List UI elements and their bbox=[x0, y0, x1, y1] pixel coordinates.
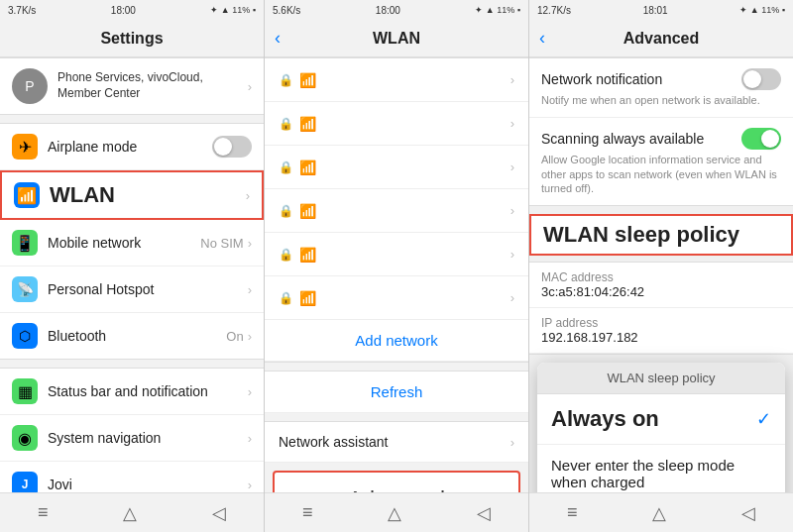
bottom-menu-left[interactable]: ≡ bbox=[38, 502, 49, 523]
airplane-toggle[interactable] bbox=[212, 136, 252, 158]
time-right: 18:01 bbox=[643, 5, 668, 16]
bottom-back-mid[interactable]: ◁ bbox=[477, 502, 491, 524]
bottom-menu-right[interactable]: ≡ bbox=[567, 502, 578, 523]
wlan-title: WLAN bbox=[373, 30, 420, 48]
sleep-policy-title: WLAN sleep policy bbox=[543, 222, 739, 247]
mobile-icon: 📱 bbox=[12, 230, 38, 256]
adv-item-scanning[interactable]: Scanning always available Allow Google l… bbox=[529, 118, 793, 205]
network-assistant-label: Network assistant bbox=[279, 434, 510, 450]
mobile-chevron: › bbox=[248, 236, 252, 251]
wifi-icon-6: 📶 bbox=[299, 290, 510, 306]
dropdown-label-never-sleep: Never enter the sleep mode when charged bbox=[551, 457, 771, 490]
wlan-back-button[interactable]: ‹ bbox=[275, 28, 281, 49]
notification-toggle[interactable] bbox=[741, 68, 781, 90]
adv-info-mac: MAC address 3c:a5:81:04:26:42 bbox=[529, 263, 793, 308]
bottom-home-left[interactable]: △ bbox=[123, 502, 137, 524]
settings-group-network: ✈ Airplane mode 📶 WLAN › 📱 Mobile networ… bbox=[0, 123, 264, 360]
wlan-panel: 5.6K/s 18:00 ✦ ▲ 11% ▪ ‹ WLAN 🔒 📶 › 🔒 📶 … bbox=[265, 0, 529, 532]
bottom-home-right[interactable]: △ bbox=[652, 502, 666, 524]
net-chevron-1: › bbox=[510, 72, 514, 87]
mac-value: 3c:a5:81:04:26:42 bbox=[541, 284, 781, 299]
settings-item-jovi[interactable]: J Jovi › bbox=[0, 462, 264, 492]
scanning-label: Scanning always available bbox=[541, 131, 704, 147]
advanced-back-button[interactable]: ‹ bbox=[539, 28, 545, 49]
sysnav-label: System navigation bbox=[48, 430, 248, 446]
settings-item-airplane[interactable]: ✈ Airplane mode bbox=[0, 124, 264, 170]
network-assistant-item[interactable]: Network assistant › bbox=[265, 421, 528, 463]
wlan-chevron: › bbox=[246, 188, 250, 203]
wlan-label: WLAN bbox=[50, 182, 246, 208]
bottom-back-right[interactable]: ◁ bbox=[741, 502, 755, 524]
wlan-network-item[interactable]: 🔒 📶 › bbox=[265, 233, 528, 276]
airplane-label: Airplane mode bbox=[48, 139, 212, 155]
wlan-network-item[interactable]: 🔒 📶 › bbox=[265, 146, 528, 189]
wlan-network-item[interactable]: 🔒 📶 › bbox=[265, 276, 528, 320]
advanced-panel: 12.7K/s 18:01 ✦ ▲ 11% ▪ ‹ Advanced Netwo… bbox=[529, 0, 793, 532]
hotspot-label: Personal Hotspot bbox=[48, 281, 248, 297]
jovi-icon: J bbox=[12, 472, 38, 492]
adv-info-ip: IP address 192.168.197.182 bbox=[529, 308, 793, 354]
settings-title: Settings bbox=[100, 30, 163, 48]
advanced-list: Network notification Notify me when an o… bbox=[529, 57, 793, 492]
scanning-toggle[interactable] bbox=[741, 128, 781, 150]
sleep-policy-box[interactable]: WLAN sleep policy bbox=[529, 214, 793, 256]
mac-label: MAC address bbox=[541, 270, 781, 284]
bluetooth-value: On bbox=[226, 329, 243, 344]
bottom-home-mid[interactable]: △ bbox=[388, 502, 401, 524]
wlan-network-item[interactable]: 🔒 📶 › bbox=[265, 189, 528, 233]
refresh-label: Refresh bbox=[371, 383, 423, 400]
settings-item-bluetooth[interactable]: ⬡ Bluetooth On › bbox=[0, 313, 264, 359]
bottom-back-left[interactable]: ◁ bbox=[212, 502, 226, 524]
wlan-icon: 📶 bbox=[14, 182, 40, 208]
bottom-menu-mid[interactable]: ≡ bbox=[302, 502, 313, 523]
ip-label: IP address bbox=[541, 316, 781, 330]
dropdown-item-never-sleep[interactable]: Never enter the sleep mode when charged bbox=[537, 445, 785, 492]
settings-panel: 3.7K/s 18:00 ✦ ▲ 11% ▪ Settings P Phone … bbox=[0, 0, 265, 532]
advanced-button[interactable]: Advanced bbox=[273, 471, 520, 492]
ip-value: 192.168.197.182 bbox=[541, 330, 781, 345]
settings-item-statusbar[interactable]: ▦ Status bar and notification › bbox=[0, 369, 264, 415]
hotspot-icon: 📡 bbox=[12, 276, 38, 302]
net-chevron-5: › bbox=[510, 247, 514, 262]
hotspot-chevron: › bbox=[248, 282, 252, 297]
settings-item-hotspot[interactable]: 📡 Personal Hotspot › bbox=[0, 266, 264, 313]
airplane-toggle-knob bbox=[214, 138, 232, 156]
net-chevron-2: › bbox=[510, 116, 514, 131]
settings-item-wlan[interactable]: 📶 WLAN › bbox=[0, 170, 264, 220]
avatar: P bbox=[12, 68, 48, 104]
sysnav-chevron: › bbox=[248, 431, 252, 446]
refresh-button[interactable]: Refresh bbox=[265, 371, 528, 413]
adv-item-notification[interactable]: Network notification Notify me when an o… bbox=[529, 58, 793, 118]
notification-toggle-knob bbox=[743, 70, 761, 88]
network-assistant-chevron: › bbox=[510, 435, 514, 450]
lock-icon-1: 🔒 bbox=[279, 73, 293, 87]
bottom-nav-right: ≡ △ ◁ bbox=[529, 492, 793, 532]
sysnav-icon: ◉ bbox=[12, 425, 38, 451]
wifi-icon-4: 📶 bbox=[299, 203, 510, 219]
lock-icon-6: 🔒 bbox=[279, 291, 293, 305]
time-mid: 18:00 bbox=[376, 5, 400, 16]
jovi-label: Jovi bbox=[48, 477, 248, 492]
net-chevron-4: › bbox=[510, 203, 514, 218]
adv-section-notifications: Network notification Notify me when an o… bbox=[529, 57, 793, 206]
speed-left: 3.7K/s bbox=[8, 5, 36, 16]
settings-nav: Settings bbox=[0, 20, 264, 57]
checkmark-icon: ✓ bbox=[756, 408, 771, 430]
add-network-button[interactable]: Add network bbox=[265, 320, 528, 362]
scanning-desc: Allow Google location information servic… bbox=[541, 153, 781, 195]
settings-item-sysnav[interactable]: ◉ System navigation › bbox=[0, 415, 264, 462]
profile-row[interactable]: P Phone Services, vivoCloud, Member Cent… bbox=[0, 57, 264, 115]
lock-icon-2: 🔒 bbox=[279, 117, 293, 131]
wlan-network-item[interactable]: 🔒 📶 › bbox=[265, 102, 528, 146]
wlan-networks-section: 🔒 📶 › 🔒 📶 › 🔒 📶 › 🔒 📶 › 🔒 📶 bbox=[265, 57, 528, 363]
dropdown-item-always-on[interactable]: Always on ✓ bbox=[537, 394, 785, 445]
advanced-nav: ‹ Advanced bbox=[529, 20, 793, 57]
avatar-initials: P bbox=[25, 78, 34, 94]
wifi-icon-2: 📶 bbox=[299, 116, 510, 132]
settings-list: P Phone Services, vivoCloud, Member Cent… bbox=[0, 57, 264, 492]
settings-item-mobile[interactable]: 📱 Mobile network No SIM › bbox=[0, 220, 264, 266]
icons-right: ✦ ▲ 11% ▪ bbox=[739, 5, 785, 15]
speed-right: 12.7K/s bbox=[537, 5, 571, 16]
lock-icon-5: 🔒 bbox=[279, 248, 293, 262]
wlan-network-item[interactable]: 🔒 📶 › bbox=[265, 58, 528, 102]
